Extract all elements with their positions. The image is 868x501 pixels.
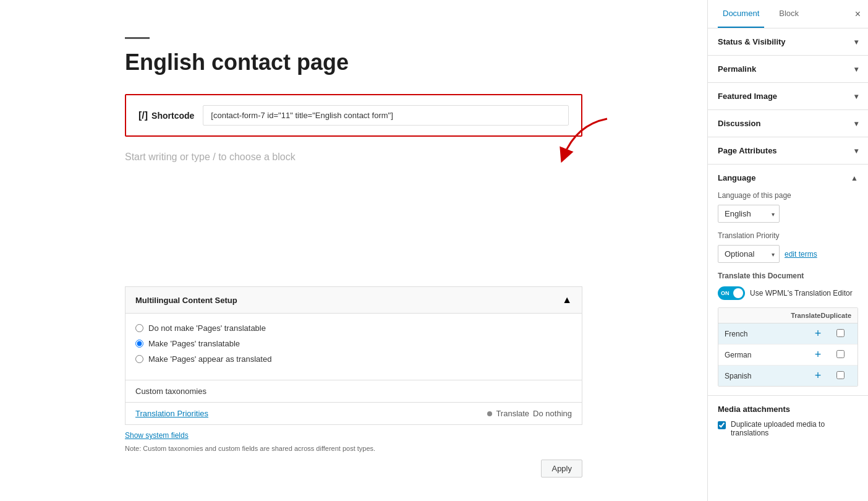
radio-do-not-translate-input[interactable]	[135, 324, 143, 332]
apply-button[interactable]: Apply	[541, 460, 582, 477]
translate-plus-french[interactable]: +	[807, 327, 829, 340]
duplicate-checkbox-spanish	[829, 371, 851, 381]
section-featured-image-header[interactable]: Featured Image ▾	[708, 83, 868, 109]
wpml-toggle[interactable]: ON	[718, 286, 745, 300]
section-featured-image: Featured Image ▾	[708, 83, 868, 110]
shortcode-icon-label: [/] Shortcode	[138, 110, 194, 121]
section-discussion-header[interactable]: Discussion ▾	[708, 110, 868, 137]
close-icon[interactable]: ×	[855, 9, 861, 19]
duplicate-checkbox-french	[829, 329, 851, 339]
col-translate-header: Translate	[791, 312, 820, 319]
language-of-page-label: Language of this page	[718, 191, 858, 200]
multilingual-collapse-icon: ▲	[562, 294, 572, 306]
media-checkbox-row: Duplicate uploaded media to translations	[718, 420, 858, 437]
media-attachments-section: Media attachments Duplicate uploaded med…	[708, 396, 868, 446]
do-nothing-action[interactable]: Do nothing	[533, 409, 572, 418]
radio-appear-translated-label: Make 'Pages' appear as translated	[148, 354, 271, 364]
edit-terms-link[interactable]: edit terms	[785, 250, 817, 259]
lang-german: German	[725, 351, 807, 359]
custom-taxonomies-label: Custom taxonomies	[135, 387, 206, 396]
shortcode-input[interactable]	[203, 105, 569, 126]
col-duplicate-header: Duplicate	[820, 312, 851, 319]
radio-make-translatable-input[interactable]	[135, 340, 143, 348]
show-system-fields-link[interactable]: Show system fields	[125, 431, 189, 440]
section-discussion-label: Discussion	[718, 119, 760, 128]
tab-block[interactable]: Block	[774, 0, 804, 28]
shortcode-bracket-icon: [/]	[138, 110, 148, 121]
section-permalink-header[interactable]: Permalink ▾	[708, 56, 868, 82]
chevron-down-icon-4: ▾	[854, 119, 858, 128]
radio-do-not-translate: Do not make 'Pages' translatable	[135, 323, 572, 333]
toggle-row: ON Use WPML's Translation Editor	[718, 286, 858, 300]
note-text: Note: Custom taxonomies and custom field…	[125, 445, 582, 452]
apply-row: Apply	[125, 460, 582, 477]
section-page-attributes-label: Page Attributes	[718, 146, 777, 155]
translation-priorities-row: Translation Priorities Translate Do noth…	[125, 403, 582, 425]
translate-plus-spanish[interactable]: +	[807, 369, 829, 382]
translate-action[interactable]: Translate	[496, 409, 529, 418]
multilingual-title: Multilingual Content Setup	[135, 296, 237, 305]
lang-spanish: Spanish	[725, 372, 807, 380]
translation-priority-row: Optional Normal High edit terms	[718, 245, 858, 263]
editor-area: English contact page [/] Shortcode Star	[75, 0, 632, 501]
translate-doc-label: Translate this Document	[718, 272, 858, 280]
multilingual-section: Multilingual Content Setup ▲ Do not make…	[125, 286, 582, 477]
translate-plus-german[interactable]: +	[807, 348, 829, 361]
duplicate-checkbox-german	[829, 350, 851, 360]
editor-placeholder: Start writing or type / to choose a bloc…	[125, 152, 582, 163]
table-row: German +	[718, 345, 857, 366]
radio-do-not-translate-label: Do not make 'Pages' translatable	[148, 323, 266, 333]
multilingual-header[interactable]: Multilingual Content Setup ▲	[125, 286, 582, 314]
show-system-fields: Show system fields	[125, 431, 582, 440]
language-select[interactable]: English French German Spanish	[718, 205, 780, 223]
shortcode-block: [/] Shortcode	[125, 94, 582, 137]
translation-priority-actions: Translate Do nothing	[487, 409, 572, 418]
section-language: Language ▲ Language of this page English…	[708, 165, 868, 396]
toggle-text: Use WPML's Translation Editor	[750, 289, 853, 298]
section-permalink-label: Permalink	[718, 64, 756, 74]
language-select-wrapper: English French German Spanish	[718, 205, 780, 223]
sidebar-tabs: Document Block ×	[708, 0, 868, 28]
multilingual-body: Do not make 'Pages' translatable Make 'P…	[125, 314, 582, 380]
section-status-visibility-header[interactable]: Status & Visibility ▾	[708, 28, 868, 55]
table-row: French +	[718, 323, 857, 345]
duplicate-checkbox-german-input[interactable]	[836, 350, 845, 358]
chevron-down-icon: ▾	[854, 38, 858, 46]
duplicate-checkbox-french-input[interactable]	[836, 329, 845, 337]
radio-appear-translated-input[interactable]	[135, 355, 143, 363]
translation-priorities-label[interactable]: Translation Priorities	[135, 409, 208, 418]
lang-french: French	[725, 330, 807, 338]
section-language-body: Language of this page English French Ger…	[708, 191, 868, 395]
toggle-on-label: ON	[721, 290, 730, 296]
section-status-visibility: Status & Visibility ▾	[708, 28, 868, 56]
table-row: Spanish +	[718, 366, 857, 386]
chevron-down-icon-2: ▾	[854, 65, 858, 74]
right-sidebar: Document Block × Status & Visibility ▾ P…	[707, 0, 868, 501]
section-language-header[interactable]: Language ▲	[708, 165, 868, 191]
page-title: English contact page	[125, 49, 582, 75]
section-featured-image-label: Featured Image	[718, 92, 777, 101]
translation-priority-container: Translation Priority Optional Normal Hig…	[718, 231, 858, 263]
priority-select[interactable]: Optional Normal High	[718, 245, 780, 263]
section-discussion: Discussion ▾	[708, 110, 868, 137]
duplicate-media-label: Duplicate uploaded media to translations	[731, 420, 858, 437]
duplicate-media-checkbox[interactable]	[718, 421, 726, 429]
main-content: English contact page [/] Shortcode Star	[0, 0, 707, 501]
radio-make-translatable: Make 'Pages' translatable	[135, 339, 572, 348]
section-page-attributes-header[interactable]: Page Attributes ▾	[708, 137, 868, 164]
chevron-up-icon: ▲	[851, 174, 858, 182]
section-page-attributes: Page Attributes ▾	[708, 137, 868, 165]
dot-indicator	[487, 411, 492, 416]
tab-document[interactable]: Document	[718, 0, 764, 28]
chevron-down-icon-3: ▾	[854, 92, 858, 101]
section-status-visibility-label: Status & Visibility	[718, 37, 786, 46]
toggle-knob	[733, 288, 743, 298]
duplicate-checkbox-spanish-input[interactable]	[836, 371, 845, 379]
section-language-label: Language	[718, 173, 755, 182]
radio-appear-translated: Make 'Pages' appear as translated	[135, 354, 572, 364]
translation-table-header: Translate Duplicate	[718, 308, 857, 323]
chevron-down-icon-5: ▾	[854, 147, 858, 155]
custom-taxonomies-row: Custom taxonomies	[125, 380, 582, 403]
media-attachments-label: Media attachments	[718, 405, 858, 414]
shortcode-wrapper: [/] Shortcode	[125, 94, 582, 137]
